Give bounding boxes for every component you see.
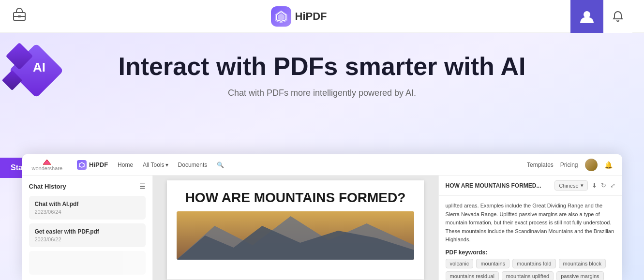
chat-item-date-2: 2023/06/22 — [35, 236, 140, 242]
keyword-mountains-block[interactable]: mountains block — [559, 259, 606, 268]
svg-point-6 — [584, 11, 590, 18]
top-navigation: HiPDF — [0, 0, 644, 33]
hero-title: Interact with PDFs smarter with AI — [29, 52, 615, 81]
keyword-volcanic[interactable]: volcanic — [446, 259, 474, 268]
refresh-button[interactable]: ↻ — [601, 182, 606, 189]
preview-hipdf-badge — [77, 160, 87, 170]
ai-label: AI — [33, 60, 45, 75]
ai-diamonds: AI — [10, 46, 73, 109]
pdf-page: HOW ARE MOUNTAINS FORMED? — [167, 180, 424, 280]
chat-item-name-1: Chat with AI.pdf — [35, 201, 140, 207]
preview-nav-right: Templates Pricing 🔔 — [527, 159, 612, 171]
chat-item-2[interactable]: Get easier with PDF.pdf 2023/06/22 — [29, 223, 146, 247]
wondershare-logo: wondershare — [32, 159, 63, 171]
nav-left — [12, 7, 27, 26]
download-button[interactable]: ⬇ — [592, 182, 597, 189]
preview-hipdf-name: HiPDF — [89, 161, 108, 168]
preview-nav-pricing[interactable]: Pricing — [560, 162, 578, 168]
notification-bell-button[interactable] — [603, 0, 632, 33]
hero-subtitle: Chat with PDFs more intelligently powere… — [29, 88, 615, 98]
ai-badge: AI — [10, 46, 73, 109]
preview-user-avatar[interactable] — [585, 159, 598, 171]
chat-item-name-2: Get easier with PDF.pdf — [35, 228, 140, 235]
chat-item-3[interactable] — [29, 251, 146, 275]
preview-nav-documents[interactable]: Documents — [178, 162, 208, 168]
preview-bell-icon[interactable]: 🔔 — [604, 161, 613, 169]
ai-chat-text: uplifted areas. Examples include the Gre… — [446, 202, 615, 244]
ai-chat-body: uplifted areas. Examples include the Gre… — [439, 196, 622, 280]
brand-logo: HiPDF — [271, 6, 327, 27]
keyword-passive-margins[interactable]: passive margins — [556, 271, 603, 280]
preview-window: wondershare HiPDF Home All Tools ▾ Docum… — [22, 154, 622, 280]
ai-chat-panel: HOW ARE MOUNTAINS FORMED... Chinese ▾ ⬇ … — [438, 176, 622, 280]
toolbox-icon[interactable] — [12, 7, 27, 26]
pdf-view-panel: HOW ARE MOUNTAINS FORMED? — [153, 176, 438, 280]
svg-rect-2 — [18, 15, 21, 17]
chat-item-date-3 — [35, 264, 140, 270]
ai-chat-doc-title: HOW ARE MOUNTAINS FORMED... — [446, 182, 541, 189]
user-avatar-button[interactable] — [570, 0, 603, 33]
share-button[interactable]: ⤢ — [610, 182, 615, 189]
brand-name: HiPDF — [295, 10, 327, 23]
chat-history-menu-icon[interactable]: ☰ — [139, 182, 146, 190]
ai-chat-header: HOW ARE MOUNTAINS FORMED... Chinese ▾ ⬇ … — [439, 176, 622, 196]
hero-section: AI Interact with PDFs smarter with AI Ch… — [0, 33, 644, 280]
keyword-mountains-uplifted[interactable]: mountains uplifted — [502, 271, 554, 280]
hipdf-logo-badge — [271, 6, 291, 27]
chat-history-header: Chat History ☰ — [29, 182, 146, 190]
preview-body: Chat History ☰ Chat with AI.pdf 2023/06/… — [22, 176, 622, 280]
preview-nav-home[interactable]: Home — [118, 162, 133, 168]
language-selector[interactable]: Chinese ▾ — [554, 180, 587, 191]
preview-search-icon[interactable]: 🔍 — [217, 162, 224, 168]
chat-history-title: Chat History — [29, 183, 66, 190]
keywords-list: volcanic mountains mountains fold mounta… — [446, 259, 615, 280]
chat-item-name-3 — [35, 256, 140, 263]
svg-marker-7 — [79, 162, 84, 167]
ai-chat-actions: ⬇ ↻ ⤢ — [592, 182, 615, 189]
chat-item-date-1: 2023/06/24 — [35, 209, 140, 215]
bell-icon — [612, 10, 624, 23]
wondershare-text: wondershare — [32, 165, 63, 171]
chat-history-panel: Chat History ☰ Chat with AI.pdf 2023/06/… — [22, 176, 153, 280]
preview-nav-templates[interactable]: Templates — [527, 162, 554, 168]
keyword-mountains-residual[interactable]: mountains residual — [446, 271, 499, 280]
keywords-label: PDF keywords: — [446, 249, 615, 256]
pdf-document-title: HOW ARE MOUNTAINS FORMED? — [177, 190, 414, 206]
user-icon — [579, 8, 595, 25]
pdf-image — [177, 211, 414, 260]
nav-right — [570, 0, 632, 33]
keyword-mountains[interactable]: mountains — [476, 259, 509, 268]
svg-marker-4 — [278, 13, 285, 20]
preview-nav-all-tools[interactable]: All Tools ▾ — [143, 162, 168, 168]
keyword-mountains-fold[interactable]: mountains fold — [512, 259, 556, 268]
chat-item-1[interactable]: Chat with AI.pdf 2023/06/24 — [29, 196, 146, 220]
hero-content: Interact with PDFs smarter with AI Chat … — [29, 47, 615, 98]
preview-nav: wondershare HiPDF Home All Tools ▾ Docum… — [22, 154, 622, 176]
